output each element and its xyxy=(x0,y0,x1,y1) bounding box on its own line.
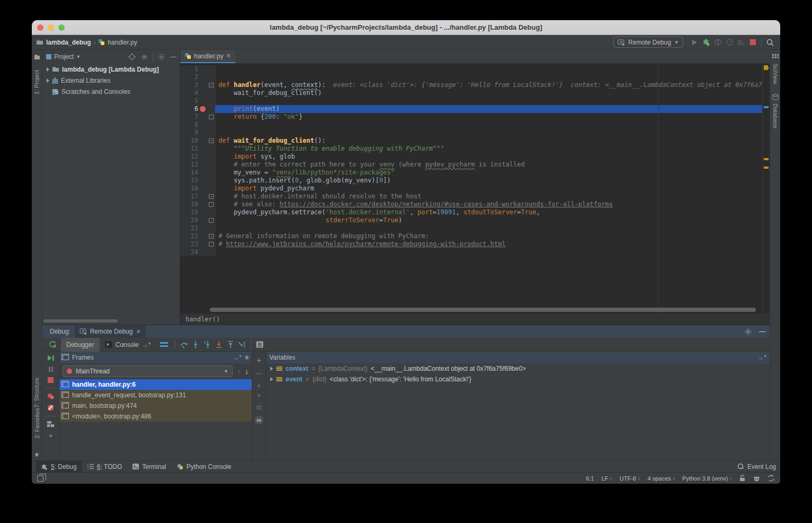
code-text[interactable]: # General information on remote debuggin… xyxy=(215,232,762,240)
line-number[interactable]: 17 xyxy=(180,193,198,201)
line-number[interactable]: 20 xyxy=(180,216,198,224)
close-icon[interactable]: ✕ xyxy=(136,328,140,335)
variable-row[interactable]: event = {dict} <class 'dict'>: {'message… xyxy=(266,374,770,385)
fold-gutter[interactable] xyxy=(208,224,215,232)
indent-select[interactable]: 4 spaces↕ xyxy=(648,475,675,482)
code-text[interactable]: print(event) xyxy=(215,105,762,113)
line-number[interactable]: 15 xyxy=(180,177,198,185)
gutter-icon-area[interactable] xyxy=(198,201,208,208)
frame-row[interactable]: handle_event_request, bootstrap.py:131 xyxy=(59,390,252,400)
line-number[interactable]: 23 xyxy=(180,240,198,248)
fold-gutter[interactable] xyxy=(208,121,215,129)
tool-window-tab-todo[interactable]: 6: TODO xyxy=(83,461,127,473)
hide-panel-icon[interactable]: — xyxy=(759,328,765,335)
gutter-icon-area[interactable] xyxy=(198,169,208,177)
line-number[interactable]: 6 xyxy=(180,105,198,113)
profiler-button[interactable] xyxy=(723,37,735,48)
pause-icon[interactable] xyxy=(48,366,54,372)
line-number[interactable]: 5 xyxy=(180,97,198,105)
project-tree-item[interactable]: External Libraries xyxy=(42,75,180,86)
fold-gutter[interactable] xyxy=(208,185,215,193)
editor-hscrollbar[interactable] xyxy=(210,308,761,312)
fold-gutter[interactable] xyxy=(208,73,215,81)
caret-position[interactable]: 6:1 xyxy=(586,475,594,482)
code-text[interactable]: def handler(event, context): event: <cla… xyxy=(215,81,770,89)
force-step-into-icon[interactable] xyxy=(201,339,213,350)
thread-select[interactable]: MainThread ▼ xyxy=(63,365,233,377)
error-stripe-mark[interactable] xyxy=(764,67,769,69)
pin-output-icon[interactable]: →* xyxy=(142,341,151,348)
next-frame-icon[interactable]: ↓ xyxy=(245,367,249,376)
fold-end-icon[interactable] xyxy=(209,242,214,247)
code-text[interactable] xyxy=(215,224,762,232)
concurrency-diagram-button[interactable] xyxy=(735,37,747,48)
code-text[interactable]: # see also: https://docs.docker.com/desk… xyxy=(215,201,762,208)
gutter-icon-area[interactable] xyxy=(198,73,208,81)
code-text[interactable]: wait_for_debug_client() xyxy=(215,89,762,97)
frame-row[interactable]: main, bootstrap.py:474 xyxy=(59,400,252,411)
code-text[interactable]: """Utility function to enable debugging … xyxy=(215,145,762,153)
fold-open-icon[interactable]: − xyxy=(209,194,214,199)
fold-gutter[interactable] xyxy=(208,145,215,153)
expand-icon[interactable] xyxy=(270,367,273,371)
code-text[interactable] xyxy=(215,65,762,73)
gutter-icon-area[interactable] xyxy=(198,208,208,216)
move-down-icon[interactable]: ▼ xyxy=(257,393,261,398)
error-stripe-mark[interactable] xyxy=(764,158,769,160)
gutter-icon-area[interactable] xyxy=(198,224,208,232)
evaluate-expression-icon[interactable] xyxy=(254,339,266,350)
event-log-button[interactable]: Event Log xyxy=(747,463,776,470)
fold-gutter[interactable] xyxy=(208,248,215,256)
fold-gutter[interactable] xyxy=(208,169,215,177)
line-number[interactable]: 21 xyxy=(180,224,198,232)
debug-button[interactable] xyxy=(700,37,712,48)
error-stripe-mark[interactable] xyxy=(764,167,769,169)
show-watches-toggle-icon[interactable]: ∞ xyxy=(255,416,263,424)
line-number[interactable]: 12 xyxy=(180,153,198,161)
line-number[interactable]: 2 xyxy=(180,73,198,81)
gutter-icon-area[interactable] xyxy=(198,193,208,201)
pin-icon[interactable]: →* xyxy=(233,354,242,361)
collapse-all-icon[interactable] xyxy=(141,54,148,60)
gutter-icon-area[interactable] xyxy=(198,240,208,248)
fold-gutter[interactable] xyxy=(208,113,215,121)
project-tool-icon[interactable] xyxy=(34,54,40,60)
tab-debugger[interactable]: Debugger xyxy=(61,338,100,352)
code-text[interactable]: stderrToServer=True) xyxy=(215,216,762,224)
interpreter-select[interactable]: Python 3.8 (venv)↕ xyxy=(682,475,732,482)
breakpoint-icon[interactable] xyxy=(200,106,206,112)
mute-breakpoints-icon[interactable] xyxy=(47,404,54,411)
rerun-icon[interactable] xyxy=(49,341,57,348)
gutter-icon-area[interactable] xyxy=(198,137,208,145)
line-number[interactable]: 22 xyxy=(180,232,198,240)
stripe-favorites-button[interactable]: 2: Favorites xyxy=(34,408,40,438)
fold-gutter[interactable]: − xyxy=(208,137,215,145)
project-tree-item[interactable]: Scratches and Consoles xyxy=(42,86,180,97)
line-number[interactable]: 16 xyxy=(180,185,198,193)
error-stripe[interactable] xyxy=(762,64,770,313)
frame-row[interactable]: <module>, bootstrap.py:486 xyxy=(59,411,252,422)
line-number[interactable]: 10 xyxy=(180,137,198,145)
step-over-icon[interactable] xyxy=(178,339,190,350)
fold-end-icon[interactable] xyxy=(209,218,214,223)
gutter-icon-area[interactable] xyxy=(198,232,208,240)
duplicate-icon[interactable]: ⧉ xyxy=(257,404,261,411)
chevron-right-icon[interactable] xyxy=(47,67,49,72)
fold-gutter[interactable]: − xyxy=(208,232,215,240)
gutter-icon-area[interactable] xyxy=(198,97,208,105)
fold-open-icon[interactable]: − xyxy=(209,83,214,88)
view-breakpoints-icon[interactable] xyxy=(47,393,54,399)
tab-console[interactable]: Console →* xyxy=(100,338,156,352)
fold-open-icon[interactable]: − xyxy=(209,234,214,239)
line-number[interactable]: 18 xyxy=(180,201,198,208)
fold-gutter[interactable] xyxy=(208,129,215,137)
hide-panel-icon[interactable]: — xyxy=(170,53,176,60)
fold-gutter[interactable]: − xyxy=(208,81,215,89)
pin-icon[interactable]: →* xyxy=(757,354,766,361)
code-text[interactable]: my_venv = "venv/lib/python*/site-package… xyxy=(215,169,762,177)
step-into-my-code-icon[interactable] xyxy=(213,339,225,350)
fold-gutter[interactable]: − xyxy=(208,193,215,201)
code-text[interactable]: # host.docker.internal should resolve to… xyxy=(215,193,762,201)
line-number[interactable]: 1 xyxy=(180,65,198,73)
tool-window-tab-debug[interactable]: 5: Debug xyxy=(36,461,82,473)
